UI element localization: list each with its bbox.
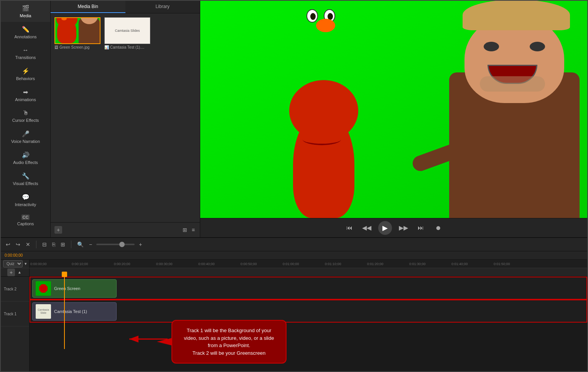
tracks-container: Track 2 Track 1 bbox=[1, 277, 587, 371]
sidebar-item-annotations[interactable]: ✏️ Annotations bbox=[1, 22, 50, 43]
annotations-icon: ✏️ bbox=[22, 26, 30, 33]
camtasia-label: 📊 Camtasia Test (1).... bbox=[104, 45, 150, 49]
sidebar-item-cursor-effects[interactable]: 🖱 Cursor Effects bbox=[1, 106, 50, 126]
sidebar-item-visual-effects-label: Visual Effects bbox=[13, 181, 38, 186]
track-header-left: Quiz ▾ bbox=[1, 260, 30, 268]
add-track-row: + ▲ bbox=[1, 268, 587, 277]
track1-label-row: Track 1 bbox=[1, 302, 29, 326]
time-40: 0:00:40;00 bbox=[198, 262, 215, 266]
step-back-button[interactable]: ◀◀ bbox=[361, 222, 372, 234]
time-0: 0:00:00;00 bbox=[30, 262, 47, 266]
top-area: 🎬 Media ✏️ Annotations ↔ Transitions ⚡ B… bbox=[1, 1, 587, 237]
sidebar-item-interactivity-label: Interactivity bbox=[15, 202, 36, 207]
media-thumb-green-screen[interactable]: STOP 🖼 Green Screen.jpg bbox=[54, 17, 100, 49]
track-expand-icon[interactable]: ▾ bbox=[25, 261, 27, 266]
sidebar-item-captions[interactable]: CC Captions bbox=[1, 211, 50, 230]
step-forward-button[interactable]: ▶▶ bbox=[398, 222, 409, 234]
elmo-mouth bbox=[303, 134, 341, 145]
camtasia-clip-label: Camtasia Test (1) bbox=[54, 309, 87, 314]
zoom-in-button[interactable]: + bbox=[138, 240, 143, 249]
media-content: STOP 🖼 Green Screen.jpg bbox=[51, 13, 200, 222]
time-100: 0:01:00;00 bbox=[283, 262, 299, 266]
media-thumb-camtasia[interactable]: Camtasia Slides 📊 Camtasia Test (1).... bbox=[104, 17, 150, 49]
app-container: 🎬 Media ✏️ Annotations ↔ Transitions ⚡ B… bbox=[0, 0, 588, 372]
rewind-button[interactable]: ⏮ bbox=[344, 222, 355, 234]
grid-view-button[interactable]: ⊞ bbox=[181, 226, 188, 234]
elmo-nose bbox=[316, 19, 335, 32]
jack-beard bbox=[480, 76, 545, 92]
image-icon: 🖼 bbox=[54, 45, 58, 49]
sidebar-item-transitions[interactable]: ↔ Transitions bbox=[1, 43, 50, 64]
sidebar-item-behaviors-label: Behaviors bbox=[16, 76, 35, 81]
copy-button[interactable]: ⎘ bbox=[51, 240, 56, 249]
elmo-eye-left bbox=[306, 9, 318, 23]
multi-button[interactable]: ⊞ bbox=[59, 240, 66, 249]
playhead-head bbox=[62, 272, 67, 277]
sidebar-item-media[interactable]: 🎬 Media bbox=[1, 1, 50, 22]
sidebar-item-cursor-effects-label: Cursor Effects bbox=[12, 118, 39, 123]
add-media-button[interactable]: + bbox=[54, 226, 62, 234]
sidebar-item-visual-effects[interactable]: 🔧 Visual Effects bbox=[1, 169, 50, 190]
tooltip-text: Track 1 will be the Background of your v… bbox=[184, 328, 274, 356]
sidebar-item-annotations-label: Annotations bbox=[14, 34, 36, 39]
jack-eye-left bbox=[484, 42, 499, 51]
toolbar-separator2 bbox=[71, 241, 71, 248]
list-view-button[interactable]: ≡ bbox=[191, 226, 196, 234]
timeline-time-row: 0:00:00;00 bbox=[1, 251, 587, 260]
quiz-selector[interactable]: Quiz bbox=[3, 260, 23, 267]
time-110: 0:01:10;00 bbox=[325, 262, 341, 266]
time-30: 0:00:30;00 bbox=[156, 262, 173, 266]
sidebar-item-interactivity[interactable]: 💬 Interactivity bbox=[1, 190, 50, 211]
forward-button[interactable]: ⏭ bbox=[415, 222, 427, 234]
clip-stop-sign bbox=[39, 284, 48, 293]
tab-library[interactable]: Library bbox=[125, 1, 200, 13]
camtasia-thumbnail: Camtasia Slides bbox=[104, 17, 150, 44]
sidebar-item-audio-effects[interactable]: 🔊 Audio Effects bbox=[1, 147, 50, 169]
track1-row: Camtasia Slide Camtasia Test (1) bbox=[30, 300, 587, 323]
camtasia-clip[interactable]: Camtasia Slide Camtasia Test (1) bbox=[32, 302, 117, 321]
tab-media-bin[interactable]: Media Bin bbox=[51, 1, 125, 13]
timeline-toolbar: ↩ ↪ ✕ ⊟ ⎘ ⊞ 🔍 − + bbox=[1, 238, 587, 251]
redo-button[interactable]: ↪ bbox=[15, 240, 21, 249]
voice-narration-icon: 🎤 bbox=[22, 130, 30, 138]
preview-area: STOP bbox=[200, 1, 587, 237]
time-140: 0:01:40;00 bbox=[451, 262, 468, 266]
camtasia-preview: Camtasia Slides bbox=[105, 18, 150, 44]
track1-label: Track 1 bbox=[4, 312, 16, 316]
delete-button[interactable]: ✕ bbox=[25, 240, 31, 249]
view-controls: ⊞ ≡ bbox=[181, 226, 196, 234]
marker-button[interactable]: ⬤ bbox=[432, 222, 444, 234]
time-ruler: 0:00:00;00 0:00:10;00 0:00:20;00 0:00:30… bbox=[30, 260, 587, 268]
camtasia-clip-thumb: Camtasia Slide bbox=[36, 304, 51, 319]
timeline-ruler-row: Quiz ▾ 0:00:00;00 0:00:10;00 0:00:20;00 … bbox=[1, 260, 587, 268]
track-clips-area: Green Screen Camtasia Slide Camtasia Tes… bbox=[30, 277, 587, 371]
zoom-slider[interactable] bbox=[96, 244, 135, 245]
current-timecode: 0:00:00;00 bbox=[5, 253, 23, 257]
jack-figure bbox=[426, 19, 580, 218]
sidebar-item-animations[interactable]: ➡ Animations bbox=[1, 85, 50, 106]
play-button[interactable]: ▶ bbox=[378, 221, 392, 235]
media-icon: 🎬 bbox=[22, 5, 30, 12]
track-collapse-button[interactable]: ▲ bbox=[16, 269, 23, 275]
tooltip-container: Track 1 will be the Background of your v… bbox=[171, 320, 287, 364]
elmo-head bbox=[289, 80, 358, 141]
green-screen-clip[interactable]: Green Screen bbox=[32, 279, 117, 298]
sidebar-item-behaviors[interactable]: ⚡ Behaviors bbox=[1, 64, 50, 85]
sidebar-item-media-label: Media bbox=[20, 13, 31, 18]
media-footer: + ⊞ ≡ bbox=[51, 222, 200, 237]
tooltip-arrow bbox=[157, 338, 172, 346]
animations-icon: ➡ bbox=[23, 88, 28, 96]
audio-effects-icon: 🔊 bbox=[22, 151, 30, 159]
zoom-out-button[interactable]: − bbox=[88, 240, 93, 249]
split-button[interactable]: ⊟ bbox=[41, 240, 48, 249]
sidebar-item-voice-narration[interactable]: 🎤 Voice Narration bbox=[1, 126, 50, 147]
undo-button[interactable]: ↩ bbox=[5, 240, 12, 249]
track-area: + ▲ Track 2 Track 1 bbox=[1, 268, 587, 371]
scene-background: STOP bbox=[200, 1, 587, 218]
add-track-button[interactable]: + bbox=[7, 269, 15, 276]
sidebar-item-captions-label: Captions bbox=[17, 221, 34, 226]
tooltip-box: Track 1 will be the Background of your v… bbox=[171, 320, 287, 364]
playhead bbox=[64, 272, 65, 349]
time-130: 0:01:30;00 bbox=[409, 262, 426, 266]
time-20: 0:00:20;00 bbox=[114, 262, 130, 266]
